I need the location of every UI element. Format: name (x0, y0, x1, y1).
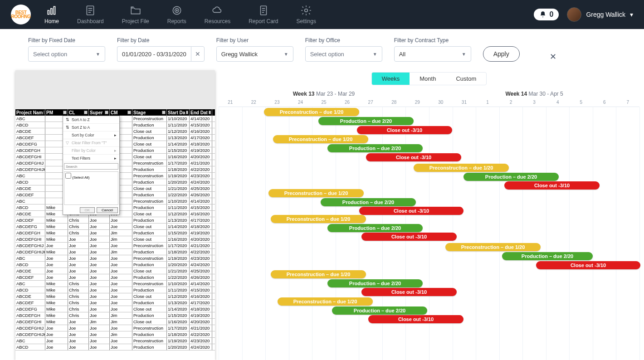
table-row[interactable]: ABCDJoeJoeJoeJoeProduction1/20/20204/24/… (15, 262, 215, 268)
gantt-bar[interactable]: Close out -3/10 (357, 126, 452, 134)
gantt-bar[interactable]: Preconstruction – due 1/20 (445, 243, 541, 251)
table-row[interactable]: ABCDEFGHIJKMikeJoeJoeJimProduction1/18/2… (15, 249, 215, 255)
sort-az[interactable]: ⇅Sort A to Z (63, 116, 119, 124)
gantt-bar[interactable]: Close out -3/10 (536, 261, 640, 269)
table-row[interactable]: ABCDEFGMikeChrisJoeJoeClose out1/14/2020… (15, 224, 215, 230)
gantt-bar[interactable]: Preconstruction – due 1/20 (414, 164, 509, 172)
col-start-date[interactable]: Start Da (167, 109, 190, 116)
table-row[interactable]: ABCJoeJoeJoeJoePreconstruction1/19/20204… (15, 338, 215, 344)
user-menu[interactable]: Gregg Wallick ▾ (567, 7, 633, 22)
nav-project-file[interactable]: Project File (122, 5, 149, 24)
col-cl[interactable]: CL (68, 109, 89, 116)
contract-dropdown[interactable]: All ▼ (394, 46, 471, 62)
tab-custom[interactable]: Custom (446, 73, 486, 85)
gantt-bar[interactable]: Production – due 2/20 (318, 117, 414, 125)
gantt-bar[interactable]: Close out -3/10 (368, 315, 463, 323)
table-row[interactable]: ABCMikeChrisJoeJoePreconstruction1/10/20… (15, 281, 215, 287)
table-row[interactable]: ABCDEFGHIJJoeJoeJoeJoePreconstruction1/1… (15, 325, 215, 331)
date-range-input[interactable]: 01/01/2020 - 03/31/2020 (117, 46, 191, 62)
gantt-bar[interactable]: Preconstruction – due 1/20 (278, 297, 373, 306)
nav-reports[interactable]: Reports (167, 5, 186, 24)
gantt-bar[interactable]: Preconstruction – due 1/20 (271, 270, 366, 278)
col-cm[interactable]: CM (110, 109, 132, 116)
clipboard-icon (84, 5, 96, 16)
week-header-14: Week 14 Mar 30 - Apr 5 (429, 91, 639, 97)
text-filters[interactable]: Text Filters▸ (63, 155, 119, 162)
clear-date-button[interactable]: ✕ (191, 46, 205, 62)
table-row[interactable]: ABCDMikeChrisJoeJoeProduction1/11/20204/… (15, 287, 215, 293)
nav-dashboard[interactable]: Dashboard (77, 5, 104, 24)
gantt-bar[interactable]: Close out -3/10 (361, 233, 457, 241)
filter-ok-button[interactable]: OK (80, 207, 95, 213)
nav-label: Report Card (249, 18, 278, 24)
sort-za[interactable]: ⇅Sort Z to A (63, 124, 119, 131)
table-row[interactable]: ABCDEFGHIMikeJoeJimJimClose out1/16/2020… (15, 319, 215, 325)
top-nav: BEST ROOFING Home Dashboard Project File… (0, 0, 644, 29)
day-cell: 3 (522, 100, 546, 105)
nav-label: Project File (122, 18, 149, 24)
nav-home[interactable]: Home (44, 5, 59, 24)
office-dropdown[interactable]: Select option ▼ (305, 46, 382, 62)
gantt-bar[interactable]: Production – due 2/20 (321, 198, 416, 206)
cloud-icon (211, 5, 223, 16)
filter-contract: Filter by Contract Type All ▼ (394, 37, 471, 62)
gantt-bar[interactable]: Production – due 2/20 (332, 306, 427, 315)
gantt-bar[interactable]: Close out -3/10 (366, 153, 461, 161)
gantt-bar[interactable]: Production – due 2/20 (463, 173, 559, 181)
gantt-bar[interactable]: Close out -3/10 (359, 207, 463, 215)
table-row[interactable]: ABCDEFGMikeChrisJoeJoeClose out1/14/2020… (15, 306, 215, 312)
day-cell: 6 (593, 100, 616, 105)
gantt-bar[interactable]: Production – due 2/20 (327, 279, 423, 287)
filter-icon (63, 111, 67, 114)
svg-rect-1 (51, 9, 52, 15)
table-row[interactable]: ABCDEMikeChrisJoeJoeClose out1/12/20204/… (15, 293, 215, 300)
nav-resources[interactable]: Resources (205, 5, 230, 24)
gantt-bar[interactable]: Production – due 2/20 (502, 252, 593, 260)
gantt-bar[interactable]: Production – due 2/20 (327, 144, 423, 152)
col-super[interactable]: Super (89, 109, 110, 116)
gantt-bar[interactable]: Preconstruction – due 1/20 (264, 108, 359, 116)
table-row[interactable]: ABCDEFMikeChrisJoeJoeProduction1/13/2020… (15, 217, 215, 224)
tab-weeks[interactable]: Weeks (372, 73, 410, 85)
table-row[interactable]: ABCDEFJoeJoeJoeJoeProduction1/22/20204/2… (15, 274, 215, 281)
gantt-bar[interactable]: Preconstruction – due 1/20 (273, 135, 368, 143)
folder-icon (130, 5, 141, 16)
chevron-right-icon: ▸ (114, 148, 117, 153)
col-project-name[interactable]: Project Nam (15, 109, 45, 116)
col-pm[interactable]: PM (45, 109, 68, 116)
close-filters-button[interactable]: ✕ (550, 47, 556, 62)
fixed-date-dropdown[interactable]: Select option ▼ (28, 46, 105, 62)
gantt-bar[interactable]: Production – due 2/20 (327, 224, 423, 232)
nav-settings[interactable]: Settings (297, 5, 316, 24)
tab-month[interactable]: Month (410, 73, 446, 85)
sort-color[interactable]: Sort by Color▸ (63, 131, 119, 139)
table-row[interactable]: ABCJoeJoeJoeJoePreconstruction1/19/20204… (15, 255, 215, 262)
select-all-checkbox[interactable]: (Select All) (65, 175, 89, 180)
filter-value-list[interactable]: (Select All) (64, 171, 118, 205)
table-row[interactable]: ABCDEJoeJoeJoeJoeClose out1/21/20204/25/… (15, 268, 215, 274)
col-end-date[interactable]: End Dat (190, 109, 212, 116)
gantt-bar[interactable]: Close out -3/10 (504, 181, 600, 190)
filter-date: Filter by Date 01/01/2020 - 03/31/2020 ✕ (117, 37, 205, 62)
notification-badge[interactable]: 0 (534, 9, 559, 20)
table-row[interactable]: ABCDEFMikeChrisJoeJoeProduction1/13/2020… (15, 300, 215, 306)
col-stage[interactable]: Stage (132, 109, 167, 116)
gantt-bar[interactable]: Preconstruction – due 1/20 (268, 189, 364, 197)
filter-cancel-button[interactable]: Cancel (97, 207, 118, 213)
brand-logo[interactable]: BEST ROOFING (11, 5, 31, 24)
gantt-bar[interactable]: Close out -3/10 (361, 288, 457, 296)
day-cell: 23 (265, 100, 289, 105)
table-row[interactable]: ABCDEFGHMikeChrisJoeJimProduction1/15/20… (15, 230, 215, 236)
table-row[interactable]: ABCDJoeJoeJoeJoeProduction1/20/20204/24/… (15, 344, 215, 350)
gantt-area[interactable]: Preconstruction – due 1/20Production – d… (219, 107, 639, 360)
nav-report-card[interactable]: Report Card (249, 5, 278, 24)
svg-point-8 (305, 9, 308, 12)
table-row[interactable]: ABCDEFGHIJJoeJoeJoeJoePreconstruction1/1… (15, 243, 215, 249)
table-row[interactable]: ABCDEFGHIMikeJoeJoeJimClose out1/16/2020… (15, 236, 215, 243)
user-dropdown[interactable]: Gregg Wallick ▼ (216, 46, 293, 62)
gantt-bar[interactable]: Preconstruction – due 1/20 (271, 215, 366, 223)
filter-search-input[interactable] (64, 163, 118, 170)
table-row[interactable]: ABCDEFGHIJKJoeJoeJoeJimProduction1/18/20… (15, 331, 215, 338)
table-row[interactable]: ABCDEFGHMikeChrisJoeJimProduction1/15/20… (15, 312, 215, 319)
apply-button[interactable]: Apply (483, 46, 520, 62)
